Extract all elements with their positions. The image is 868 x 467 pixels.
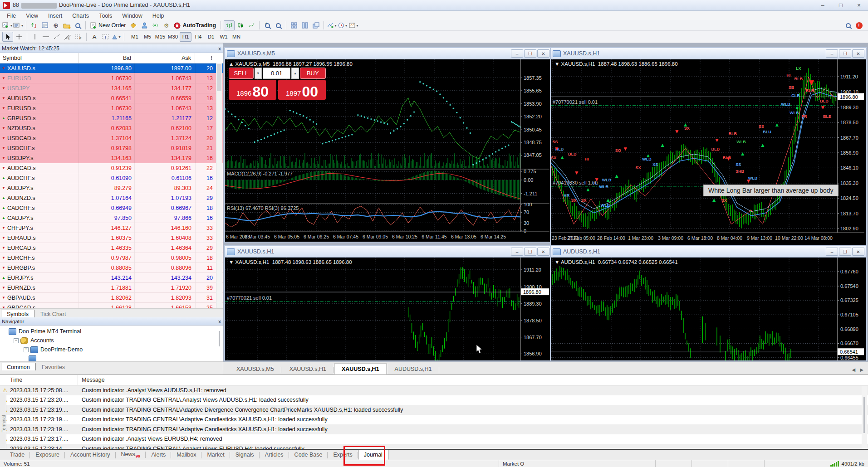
terminal-tab-exposure[interactable]: Exposure	[30, 450, 65, 459]
symbol-search-icon[interactable]	[73, 21, 83, 30]
minimize-button[interactable]: –	[814, 0, 832, 10]
chart-tab-audusd-s-h1[interactable]: AUDUSD.s,H1	[387, 364, 440, 375]
market-watch-row[interactable]: ▼USDJPY.s134.163134.17916	[0, 153, 223, 163]
journal-column-time[interactable]: Time	[0, 375, 78, 385]
menu-item-charts[interactable]: Charts	[67, 12, 94, 20]
chart-tab-xauusd-s-h1[interactable]: XAUUSD.s,H1	[282, 364, 334, 375]
column-spread[interactable]: !	[195, 53, 215, 63]
market-watch-close-icon[interactable]: x	[218, 46, 221, 51]
lot-increase-button[interactable]: ▲	[291, 68, 299, 79]
experts-icon[interactable]	[139, 21, 149, 30]
navigator-item-doo-prime-mt4-terminal[interactable]: Doo Prime MT4 Terminal	[0, 327, 223, 336]
chart-close-icon[interactable]: ✕	[852, 49, 864, 58]
chart-canvas-audusd[interactable]: 0.677600.675400.673250.671050.668900.666…	[551, 258, 864, 360]
cursor-icon[interactable]	[2, 32, 13, 42]
market-watch-row[interactable]: ▼EURUSD.s1.067301.0674313	[0, 103, 223, 113]
tab-scroll-right-icon[interactable]: ▶	[860, 367, 863, 372]
timeframe-button-h4[interactable]: H4	[192, 32, 204, 42]
market-watch-scrollbar[interactable]	[216, 63, 222, 308]
chart-canvas-h1[interactable]: 1911.201900.101889.301878.501867.701856.…	[551, 59, 864, 245]
chart-restore-icon[interactable]: ❐	[839, 49, 851, 58]
chart-minimize-icon[interactable]: –	[511, 49, 523, 58]
column-ask[interactable]: Ask	[134, 53, 195, 63]
market-watch-row[interactable]: ▼EURGBP.s0.880850.8809611	[0, 263, 223, 273]
navigator-item-accounts[interactable]: −Accounts	[0, 336, 223, 345]
market-watch-row[interactable]: ▼AUDJPY.s89.27989.30324	[0, 183, 223, 193]
chart-restore-icon[interactable]: ❐	[839, 248, 851, 256]
maximize-button[interactable]: □	[832, 0, 850, 10]
timeframe-button-m15[interactable]: M15	[154, 32, 166, 42]
fibonacci-icon[interactable]: F	[74, 32, 83, 41]
market-watch-row[interactable]: ▼USDCHF.s0.917980.9181921	[0, 143, 223, 153]
text-icon[interactable]: A	[89, 32, 99, 41]
label-icon[interactable]: T	[100, 32, 110, 41]
timeframe-button-w1[interactable]: W1	[218, 32, 230, 42]
bar-chart-icon[interactable]	[224, 20, 235, 30]
chart-caption[interactable]: XAUUSD.s,H1 – ❐ ✕	[551, 48, 866, 59]
market-watch-row[interactable]: ▼GBPCAD.s1.661281.6615325	[0, 303, 223, 308]
chart-minimize-icon[interactable]: –	[511, 248, 523, 256]
channel-icon[interactable]: E	[63, 32, 73, 41]
menu-item-help[interactable]: Help	[147, 12, 169, 20]
close-button[interactable]: ×	[850, 0, 868, 10]
menu-item-window[interactable]: Window	[117, 12, 147, 20]
lot-decrease-button[interactable]: ▼	[255, 68, 262, 79]
options-icon[interactable]: ⚙	[161, 21, 171, 30]
terminal-tab-trade[interactable]: Trade	[5, 450, 30, 459]
collapse-icon[interactable]: −	[14, 338, 19, 343]
market-watch-row[interactable]: ▼CHFJPY.s146.127146.16033	[0, 223, 223, 233]
metaeditor-icon[interactable]	[128, 21, 138, 30]
zoom-out-icon[interactable]: −	[273, 21, 283, 30]
expand-icon[interactable]: +	[24, 347, 29, 352]
chart-minimize-icon[interactable]: –	[826, 49, 838, 58]
sell-button[interactable]: SELL	[229, 68, 254, 79]
navigator-icon[interactable]: ⊕	[51, 21, 61, 30]
chart-caption[interactable]: XAUUSD.s,H1 – ❐ ✕	[225, 246, 551, 258]
journal-column-message[interactable]: Message	[78, 377, 105, 383]
notifications-icon[interactable]: !	[854, 21, 864, 30]
menu-item-tools[interactable]: Tools	[94, 12, 117, 20]
terminal-tab-signals[interactable]: Signals	[230, 450, 260, 459]
chart-restore-icon[interactable]: ❐	[524, 49, 536, 58]
terminal-tab-alerts[interactable]: Alerts	[146, 450, 171, 459]
market-watch-row[interactable]: ▼EURCHF.s0.979870.9800518	[0, 253, 223, 263]
chart-close-icon[interactable]: ✕	[537, 248, 549, 256]
terminal-tab-articles[interactable]: Articles	[260, 450, 289, 459]
terminal-tab-code-base[interactable]: Code Base	[289, 450, 328, 459]
terminal-tab-journal[interactable]: Journal	[358, 450, 388, 460]
cascade-icon[interactable]	[311, 21, 321, 30]
market-watch-icon[interactable]	[29, 21, 39, 30]
new-chart-icon[interactable]: ▾	[2, 21, 12, 30]
indicators-icon[interactable]: ▾	[327, 21, 337, 30]
market-watch-row[interactable]: ▼EURUSD1.067301.0674313	[0, 73, 223, 83]
market-watch-row[interactable]: ▼USDJPY134.165134.17712	[0, 83, 223, 93]
market-watch-row[interactable]: ▼EURAUD.s1.603751.6040833	[0, 233, 223, 243]
timeframe-button-m30[interactable]: M30	[167, 32, 179, 42]
chart-caption[interactable]: XAUUSD.s,M5 – ❐ ✕	[225, 48, 551, 59]
timeframe-button-m5[interactable]: M5	[142, 32, 153, 42]
chart-close-icon[interactable]: ✕	[537, 49, 549, 58]
buy-button[interactable]: BUY	[300, 68, 326, 79]
market-watch-row[interactable]: ▲AUDNZD.s1.071641.0719329	[0, 193, 223, 203]
navigator-scrollbar[interactable]	[217, 327, 222, 359]
chart-restore-icon[interactable]: ❐	[524, 248, 536, 256]
market-watch-row[interactable]: ▲EURJPY.s143.214143.23420	[0, 273, 223, 283]
navigator-item[interactable]	[0, 354, 223, 361]
menu-item-view[interactable]: View	[21, 12, 43, 20]
new-order-button[interactable]: New Order	[88, 21, 128, 30]
menu-item-file[interactable]: File	[2, 12, 21, 20]
navigator-item-dooprime-demo[interactable]: +DooPrime-Demo	[0, 345, 223, 354]
column-bid[interactable]: Bid	[78, 53, 134, 63]
chart-tab-xauusd-s-m5[interactable]: XAUUSD.s,M5	[229, 364, 282, 375]
favorites-icon[interactable]: ★	[62, 21, 72, 30]
timeframe-button-mn[interactable]: MN	[230, 32, 242, 42]
templates-icon[interactable]: ▾	[348, 21, 358, 30]
buy-price[interactable]: 189700	[278, 80, 326, 100]
market-watch-row[interactable]: ▼GBPAUD.s1.820621.8209331	[0, 293, 223, 303]
tile-windows-icon[interactable]	[289, 21, 299, 30]
market-watch-row[interactable]: ▲CADJPY.s97.85097.86616	[0, 213, 223, 223]
market-watch-row[interactable]: ▼EURNZD.s1.718811.7192039	[0, 283, 223, 293]
market-watch-row[interactable]: ▼AUDUSD.s0.665410.6655918	[0, 93, 223, 103]
timeframe-button-h1[interactable]: H1	[180, 32, 191, 42]
crosshair-icon[interactable]	[14, 32, 24, 41]
